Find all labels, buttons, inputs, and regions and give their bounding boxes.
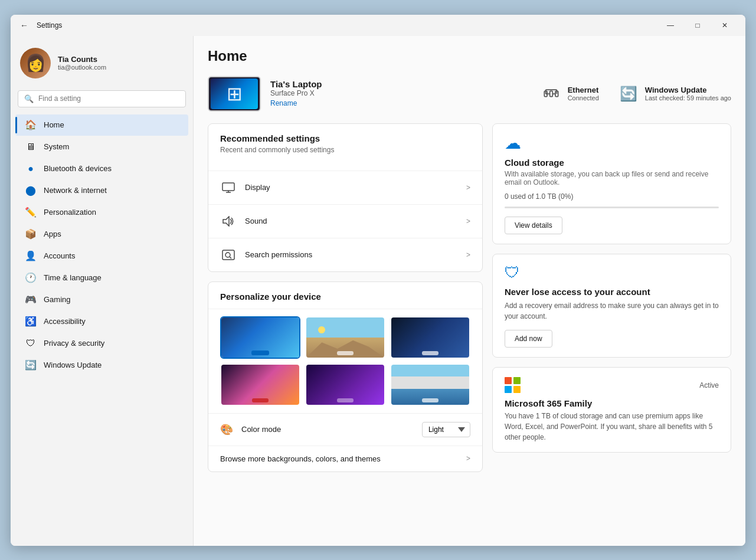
update-icon: 🔄 — [25, 359, 37, 371]
color-mode-label: Color mode — [241, 425, 422, 434]
personalization-icon: ✏️ — [25, 207, 37, 218]
rename-link[interactable]: Rename — [270, 99, 297, 107]
back-button[interactable]: ← — [18, 18, 31, 32]
minimize-button[interactable]: — — [657, 16, 684, 35]
sidebar-item-label-time: Time & language — [44, 273, 102, 282]
color-mode-select[interactable]: Light Dark Custom — [422, 422, 470, 437]
svg-rect-1 — [549, 91, 552, 96]
sidebar: 👩 Tia Counts tia@outlook.com 🔍 🏠 Home — [11, 36, 194, 546]
svg-point-13 — [225, 253, 230, 257]
wallpaper-thumb-4[interactable] — [220, 363, 300, 406]
chevron-search-icon: > — [466, 251, 470, 259]
personalize-title: Personalize your device — [208, 282, 482, 309]
system-icon: 🖥 — [25, 141, 37, 153]
ms365-header: Active — [505, 377, 719, 394]
account-security-title: Never lose access to your account — [505, 287, 719, 297]
browse-more-row[interactable]: Browse more backgrounds, colors, and the… — [208, 446, 482, 471]
setting-item-display[interactable]: Display > — [208, 171, 482, 204]
shield-check-icon: 🛡 — [505, 264, 719, 282]
sidebar-item-update[interactable]: 🔄 Windows Update — [15, 355, 188, 376]
sidebar-item-label-network: Network & internet — [44, 186, 107, 195]
setting-label-sound: Sound — [245, 217, 466, 225]
sidebar-item-label-apps: Apps — [44, 230, 61, 238]
personalize-card: Personalize your device — [208, 281, 483, 472]
sidebar-item-privacy[interactable]: 🛡 Privacy & security — [15, 333, 188, 354]
status-card-windows-update: 🔄 Windows Update Last checked: 59 minute… — [618, 83, 731, 104]
user-email: tia@outlook.com — [58, 64, 106, 71]
accounts-icon: 👤 — [25, 250, 37, 262]
windows-update-info: Windows Update Last checked: 59 minutes … — [645, 86, 731, 101]
wallpaper-thumb-5[interactable] — [305, 363, 385, 406]
display-icon — [220, 179, 237, 196]
sound-icon — [220, 213, 237, 230]
color-mode-icon: 🎨 — [220, 423, 233, 436]
device-info: Tia's Laptop Surface Pro X Rename — [270, 79, 531, 108]
wallpaper-5-image — [306, 365, 384, 405]
add-now-button[interactable]: Add now — [505, 330, 552, 348]
title-bar-left: ← Settings — [18, 18, 62, 32]
ms365-logo-red — [505, 377, 512, 384]
wallpaper-6-image — [391, 365, 469, 405]
ms365-inner: Active Microsoft 365 Family You have 1 T… — [493, 368, 731, 452]
ethernet-icon — [541, 83, 562, 104]
sidebar-item-system[interactable]: 🖥 System — [15, 136, 188, 158]
wp-indicator-5 — [337, 398, 354, 402]
cloud-storage-inner: ☁ Cloud storage With available storage, … — [493, 124, 731, 244]
device-name: Tia's Laptop — [270, 79, 531, 89]
user-info: Tia Counts tia@outlook.com — [58, 55, 106, 71]
sidebar-item-apps[interactable]: 📦 Apps — [15, 224, 188, 245]
gaming-icon: 🎮 — [25, 294, 37, 306]
ms365-logo-green — [513, 377, 521, 384]
sidebar-item-network[interactable]: ⬤ Network & internet — [15, 180, 188, 201]
sidebar-item-bluetooth[interactable]: ● Bluetooth & devices — [15, 158, 188, 179]
svg-rect-12 — [222, 250, 234, 260]
wallpaper-thumb-1[interactable] — [220, 316, 300, 359]
view-details-button[interactable]: View details — [505, 217, 562, 234]
wallpaper-3-image — [391, 317, 469, 358]
setting-item-sound[interactable]: Sound > — [208, 204, 482, 238]
device-thumbnail: ⊞ — [208, 76, 261, 112]
sidebar-item-time[interactable]: 🕐 Time & language — [15, 267, 188, 289]
user-name: Tia Counts — [58, 55, 106, 64]
apps-icon: 📦 — [25, 228, 37, 240]
search-box[interactable]: 🔍 — [18, 90, 186, 107]
sidebar-item-home[interactable]: 🏠 Home — [15, 114, 188, 136]
windows-update-sub: Last checked: 59 minutes ago — [645, 94, 731, 101]
window-title: Settings — [37, 21, 62, 30]
close-button[interactable]: ✕ — [711, 16, 738, 35]
ms365-description: You have 1 TB of cloud storage and can u… — [505, 411, 719, 443]
wallpaper-1-indicator — [251, 351, 269, 355]
storage-used: 0 used of 1.0 TB (0%) — [505, 192, 719, 201]
recommended-title: Recommended settings — [220, 133, 470, 143]
search-input[interactable] — [38, 94, 179, 103]
accessibility-icon: ♿ — [25, 316, 37, 328]
ethernet-sub: Connected — [568, 94, 599, 101]
cloud-storage-card: ☁ Cloud storage With available storage, … — [492, 123, 731, 244]
wp-indicator-3 — [422, 351, 438, 355]
window-controls: — □ ✕ — [657, 16, 738, 35]
sidebar-item-accounts[interactable]: 👤 Accounts — [15, 245, 188, 267]
sidebar-item-gaming[interactable]: 🎮 Gaming — [15, 289, 188, 310]
wp-indicator-6 — [422, 398, 438, 402]
privacy-icon: 🛡 — [25, 338, 37, 349]
bluetooth-icon: ● — [25, 163, 37, 175]
sidebar-item-label-bluetooth: Bluetooth & devices — [44, 164, 112, 173]
wallpaper-thumb-2[interactable] — [305, 316, 385, 359]
sidebar-item-label-accessibility: Accessibility — [44, 317, 86, 326]
wallpaper-thumb-6[interactable] — [390, 363, 470, 406]
device-model: Surface Pro X — [270, 89, 531, 97]
sidebar-item-label-privacy: Privacy & security — [44, 339, 104, 348]
setting-item-search[interactable]: Search permissions > — [208, 238, 482, 271]
recommended-subtitle: Recent and commonly used settings — [220, 146, 470, 154]
maximize-button[interactable]: □ — [684, 16, 711, 35]
time-icon: 🕐 — [25, 272, 37, 284]
user-profile[interactable]: 👩 Tia Counts tia@outlook.com — [11, 41, 193, 88]
cloud-storage-title: Cloud storage — [505, 158, 719, 168]
wallpaper-thumb-3[interactable] — [390, 316, 470, 359]
cloud-icon: ☁ — [505, 133, 719, 153]
svg-rect-8 — [222, 183, 234, 191]
sidebar-item-personalization[interactable]: ✏️ Personalization — [15, 202, 188, 223]
ethernet-info: Ethernet Connected — [568, 86, 599, 101]
search-permissions-icon — [220, 247, 237, 263]
sidebar-item-accessibility[interactable]: ♿ Accessibility — [15, 311, 188, 332]
